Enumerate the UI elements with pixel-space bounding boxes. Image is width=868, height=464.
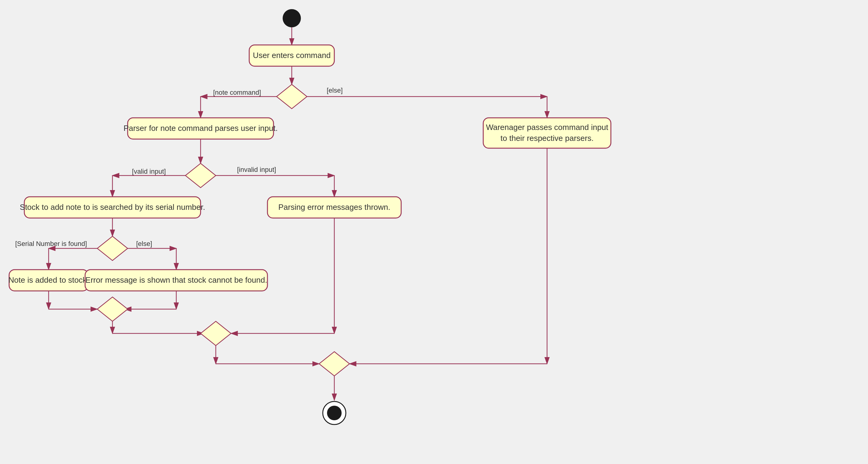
decision5-diamond <box>200 321 231 345</box>
start-node <box>283 9 301 27</box>
warenager-text-line2: to their respective parsers. <box>501 134 594 143</box>
decision4-diamond <box>97 297 128 321</box>
warenager-text-line1: Warenager passes command input <box>486 123 609 132</box>
parser-note-text: Parser for note command parses user inpu… <box>123 124 277 133</box>
note-command-label: [note command] <box>213 89 261 96</box>
diagram-container: User enters command [note command] [else… <box>0 0 868 464</box>
note-added-text: Note is added to stock. <box>8 275 89 285</box>
else2-label: [else] <box>136 240 152 247</box>
end-inner-circle <box>327 406 342 420</box>
decision1-diamond <box>277 85 307 109</box>
decision6-diamond <box>319 352 349 376</box>
error-not-found-text: Error message is shown that stock cannot… <box>85 275 267 285</box>
parsing-error-text: Parsing error messages thrown. <box>278 203 390 212</box>
user-enters-command-text: User enters command <box>253 51 331 60</box>
else1-label: [else] <box>327 87 343 94</box>
serial-found-label: [Serial Number is found] <box>15 240 87 247</box>
warenager-node <box>483 118 611 148</box>
valid-input-label: [valid input] <box>132 168 166 175</box>
decision2-diamond <box>185 163 216 188</box>
decision3-diamond <box>97 236 128 261</box>
invalid-input-label: [invalid input] <box>237 166 276 173</box>
stock-search-text: Stock to add note to is searched by its … <box>20 203 205 212</box>
